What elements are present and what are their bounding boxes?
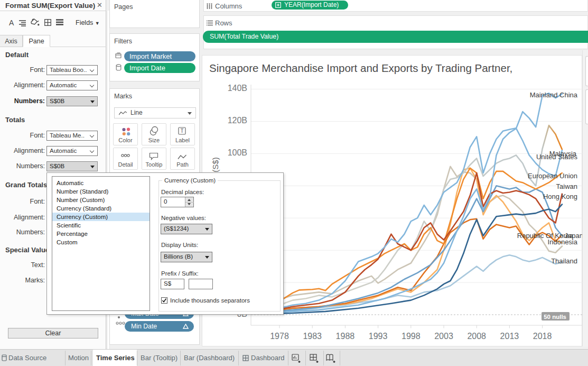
svg-text:100B: 100B (228, 148, 247, 157)
svg-text:Taiwan: Taiwan (556, 182, 577, 190)
svg-text:2003: 2003 (434, 332, 453, 341)
svg-text:120B: 120B (228, 116, 247, 125)
svg-text:Hong Kong: Hong Kong (543, 193, 577, 200)
svg-text:1993: 1993 (369, 332, 388, 341)
svg-text:140B: 140B (228, 84, 247, 93)
svg-text:Singapore Merchandise Import a: Singapore Merchandise Import and Exports… (209, 62, 512, 74)
svg-text:1998: 1998 (402, 332, 421, 341)
svg-text:2008: 2008 (467, 332, 486, 341)
svg-text:2013: 2013 (500, 332, 519, 341)
svg-text:50 nulls: 50 nulls (544, 314, 566, 320)
svg-text:2018: 2018 (533, 332, 552, 341)
svg-text:1983: 1983 (303, 332, 322, 341)
svg-text:Thailand: Thailand (551, 257, 577, 265)
svg-text:Indonesia: Indonesia (548, 238, 578, 246)
svg-text:European Union: European Union (528, 172, 577, 180)
svg-text:1988: 1988 (336, 332, 355, 341)
svg-text:Mainland China: Mainland China (530, 91, 578, 99)
svg-text:T: T (180, 128, 183, 134)
svg-text:1978: 1978 (270, 332, 289, 341)
svg-text:United States: United States (536, 153, 578, 161)
